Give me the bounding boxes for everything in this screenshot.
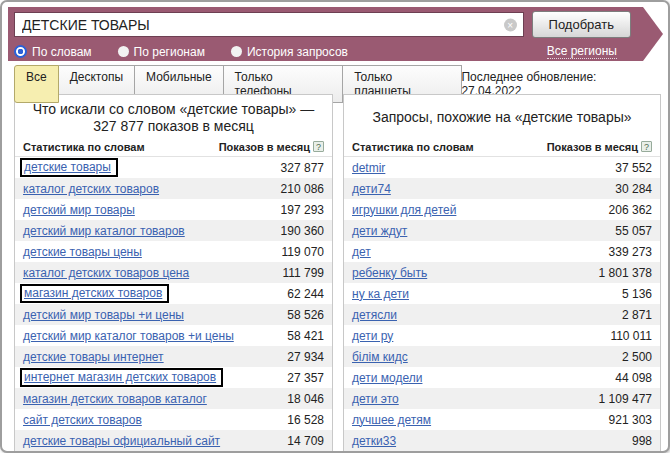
keyword-link[interactable]: интернет магазин детских товаров — [20, 368, 223, 387]
radio-option-2[interactable]: История запросов — [231, 45, 348, 59]
keyword-link[interactable]: дети ру — [352, 329, 393, 343]
shows-value: 197 293 — [281, 203, 324, 217]
shows-value: 58 526 — [287, 308, 324, 322]
shows-value: 55 057 — [615, 224, 652, 238]
radio-label: История запросов — [247, 45, 348, 59]
shows-value: 921 303 — [609, 413, 652, 427]
table-row: каталог детских товаров цена111 799 — [15, 262, 332, 283]
wordstat-window: × Подобрать По словамПо регионамИстория … — [0, 0, 670, 453]
table-row: детские товары цены119 070 — [15, 241, 332, 262]
help-icon[interactable]: ? — [313, 141, 324, 152]
column-keyword-label: Статистика по словам — [23, 141, 145, 153]
column-shows-label: Показов в месяц? — [547, 141, 652, 153]
table-row: дет339 273 — [344, 241, 660, 262]
radio-icon — [231, 46, 242, 57]
table-row: детские товары интернет27 934 — [15, 346, 332, 367]
table-row: детский мир каталог товаров +и цены58 42… — [15, 325, 332, 346]
table-row: лучшее детям921 303 — [344, 409, 660, 430]
column-shows-label: Показов в месяц? — [219, 141, 324, 153]
keyword-link[interactable]: дети модели — [352, 371, 422, 385]
right-panel-title: Запросы, похожие на «детские товары» — [344, 95, 660, 137]
shows-value: 30 284 — [615, 182, 652, 196]
keyword-link[interactable]: білім кидс — [352, 350, 408, 364]
keyword-link[interactable]: детский мир товары +и цены — [23, 308, 184, 322]
keyword-link[interactable]: детские товары официальный сайт — [23, 434, 220, 448]
keyword-link[interactable]: detmir — [352, 161, 385, 175]
table-row: детский мир товары +и цены58 526 — [15, 304, 332, 325]
keyword-link[interactable]: детский мир каталог товаров +и цены — [23, 329, 234, 343]
keyword-link[interactable]: детские товары цены — [23, 245, 142, 259]
table-row: каталог детских товаров210 086 — [15, 178, 332, 199]
left-panel-title: Что искали со словом «детские товары» — … — [15, 95, 332, 137]
shows-value: 119 070 — [282, 245, 325, 259]
radio-icon — [14, 45, 27, 58]
right-panel: Запросы, похожие на «детские товары» Ста… — [343, 94, 661, 453]
clear-icon[interactable]: × — [504, 18, 517, 31]
search-field-wrap: × — [14, 12, 524, 37]
table-row: магазин детских товаров62 244 — [15, 283, 332, 304]
radio-label: По словам — [32, 45, 92, 59]
shows-value: 111 799 — [282, 266, 324, 280]
keyword-link[interactable]: детские товары — [20, 158, 118, 177]
tab-0[interactable]: Все — [14, 65, 59, 103]
radio-icon — [118, 46, 129, 57]
search-input[interactable] — [14, 12, 524, 37]
keyword-link[interactable]: дети ждут — [352, 224, 407, 238]
keyword-link[interactable]: детский мир каталог товаров — [23, 224, 185, 238]
mode-radio-row: По словамПо регионамИстория запросов Все… — [14, 44, 631, 59]
shows-value: 18 046 — [287, 392, 324, 406]
table-row: ребенку быть1 801 378 — [344, 262, 660, 283]
shows-value: 339 273 — [609, 245, 652, 259]
shows-value: 16 528 — [287, 413, 324, 427]
keyword-link[interactable]: сайт детских товаров — [23, 413, 142, 427]
shows-value: 210 086 — [281, 182, 324, 196]
table-row: детские товары официальный сайт14 709 — [15, 430, 332, 451]
keyword-link[interactable]: детясли — [352, 308, 397, 322]
table-row: детские товары327 877 — [15, 157, 332, 178]
all-regions-link[interactable]: Все регионы — [547, 44, 617, 59]
table-row: дети это1 109 477 — [344, 388, 660, 409]
radio-label: По регионам — [134, 45, 205, 59]
shows-value: 327 877 — [281, 161, 324, 175]
keyword-link[interactable]: ну ка дети — [352, 287, 409, 301]
table-row: дети7430 284 — [344, 178, 660, 199]
shows-value: 62 244 — [287, 287, 324, 301]
keyword-link[interactable]: детские товары интернет — [23, 350, 164, 364]
keyword-link[interactable]: игрушки для детей — [352, 203, 456, 217]
table-row: интернет магазин детских товаров27 357 — [15, 367, 332, 388]
table-row: сайт детских товаров16 528 — [15, 409, 332, 430]
table-row: магазин детских товаров каталог18 046 — [15, 388, 332, 409]
keyword-link[interactable]: каталог детских товаров — [23, 182, 159, 196]
help-icon[interactable]: ? — [641, 141, 652, 152]
keyword-link[interactable]: ребенку быть — [352, 266, 427, 280]
keyword-link[interactable]: магазин детских товаров — [20, 284, 169, 303]
shows-value: 2 500 — [622, 350, 652, 364]
table-row: detmir37 552 — [344, 157, 660, 178]
submit-button[interactable]: Подобрать — [532, 11, 631, 38]
radio-option-0[interactable]: По словам — [14, 45, 92, 59]
table-row: детки33998 — [344, 430, 660, 451]
stats-panels: Что искали со словом «детские товары» — … — [14, 94, 661, 453]
keyword-link[interactable]: магазин детских товаров каталог — [23, 392, 207, 406]
right-column-headers: Статистика по словам Показов в месяц? — [344, 137, 660, 157]
table-row: дети ру110 011 — [344, 325, 660, 346]
keyword-link[interactable]: детский мир товары — [23, 203, 135, 217]
table-row: детский мир товары197 293 — [15, 199, 332, 220]
keyword-link[interactable]: лучшее детям — [352, 413, 431, 427]
keyword-link[interactable]: детки33 — [352, 434, 396, 448]
shows-value: 14 709 — [287, 434, 324, 448]
shows-value: 998 — [632, 434, 652, 448]
keyword-link[interactable]: дети74 — [352, 182, 391, 196]
shows-value: 2 871 — [622, 308, 652, 322]
keyword-link[interactable]: дети это — [352, 392, 399, 406]
keyword-link[interactable]: каталог детских товаров цена — [23, 266, 189, 280]
shows-value: 27 357 — [287, 371, 324, 385]
left-panel: Что искали со словом «детские товары» — … — [14, 94, 333, 453]
table-row: ну ка дети5 136 — [344, 283, 660, 304]
keyword-link[interactable]: дет — [352, 245, 371, 259]
radio-option-1[interactable]: По регионам — [118, 45, 205, 59]
shows-value: 1 109 477 — [599, 392, 652, 406]
search-header: × Подобрать По словамПо регионамИстория … — [8, 7, 663, 61]
shows-value: 44 098 — [615, 371, 652, 385]
right-table: detmir37 552дети7430 284игрушки для дете… — [344, 157, 660, 451]
